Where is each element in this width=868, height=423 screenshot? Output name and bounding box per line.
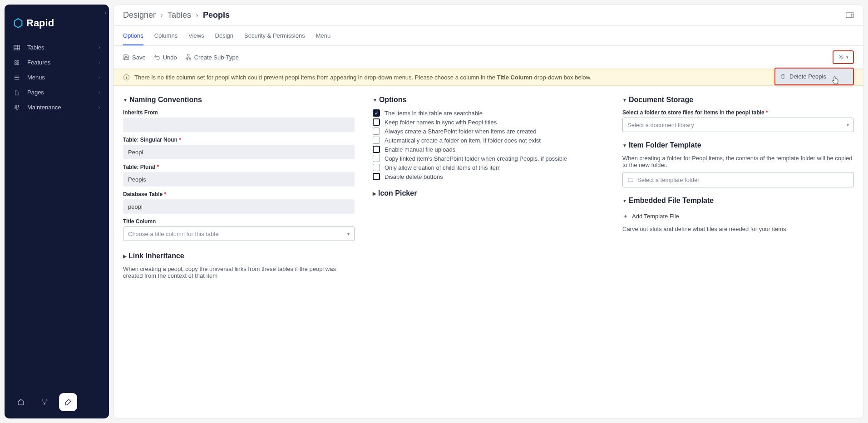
folder-icon [627, 177, 634, 183]
section-item-folder-template[interactable]: ▼ Item Folder Template [622, 141, 854, 149]
sidebar-item-pages[interactable]: Pages › [5, 85, 109, 100]
svg-rect-16 [187, 54, 189, 56]
sidebar-collapse-chevron[interactable]: ‹ [105, 10, 106, 15]
tab-views[interactable]: Views [188, 26, 204, 45]
nav-label: Pages [27, 89, 44, 96]
checkbox[interactable] [373, 173, 380, 180]
create-subtype-button[interactable]: Create Sub-Type [185, 54, 239, 61]
save-icon [123, 54, 129, 60]
option-row: Enable manual file uploads [373, 146, 604, 153]
tab-design[interactable]: Design [215, 26, 233, 45]
select-title-column[interactable]: Choose a title column for this table ▾ [123, 226, 355, 241]
embedded-desc: Carve out slots and define what files ar… [622, 226, 854, 232]
svg-rect-15 [852, 14, 853, 17]
section-link-inheritance[interactable]: ▶ Link Inheritance [123, 252, 355, 260]
designer-button[interactable] [59, 393, 77, 411]
label-singular: Table: Singular Noun * [123, 137, 355, 143]
tab-columns[interactable]: Columns [154, 26, 178, 45]
svg-point-13 [44, 403, 45, 405]
svg-rect-18 [189, 59, 191, 60]
features-icon [14, 59, 22, 66]
section-naming-conventions[interactable]: ▼ Naming Conventions [123, 96, 355, 104]
checkbox[interactable] [373, 146, 380, 153]
table-icon [14, 44, 22, 51]
undo-label: Undo [163, 54, 177, 61]
checkbox[interactable] [373, 155, 380, 162]
sidebar-item-tables[interactable]: Tables › [5, 40, 109, 55]
triangle-right-icon: ▶ [373, 191, 376, 196]
option-row: The items in this table are searchable [373, 109, 604, 117]
sidebar-item-maintenance[interactable]: Maintenance › [5, 100, 109, 115]
chevron-right-icon: › [99, 75, 100, 80]
svg-point-11 [42, 399, 43, 401]
checkbox[interactable] [373, 164, 380, 171]
brand-name: Rapid [26, 17, 54, 29]
tab-menu[interactable]: Menu [316, 26, 331, 45]
warning-bar: There is no title column set for peopl w… [114, 69, 863, 86]
checkbox[interactable] [373, 118, 380, 126]
main-panel: Designer › Tables › Peopls Options Colum… [113, 5, 863, 418]
delete-peopls-menuitem[interactable]: Delete Peopls [779, 71, 849, 82]
input-plural[interactable] [123, 172, 355, 187]
breadcrumb-tables[interactable]: Tables [168, 10, 191, 20]
add-template-file-button[interactable]: ＋ Add Template File [622, 210, 854, 222]
option-row: Disable delete buttons [373, 173, 604, 180]
input-singular[interactable] [123, 145, 355, 159]
toolbar: Save Undo Create Sub-Type ▾ Delete Peopl [114, 46, 863, 69]
subtype-icon [185, 54, 192, 60]
delete-label: Delete Peopls [789, 73, 826, 80]
section-embedded-file-template[interactable]: ▼ Embedded File Template [622, 197, 854, 205]
breadcrumb-designer[interactable]: Designer [123, 10, 156, 20]
home-button[interactable] [12, 393, 30, 411]
nav-label: Tables [27, 44, 44, 51]
header-screen-icon[interactable] [846, 12, 854, 19]
brand: Rapid [5, 5, 109, 40]
content: ▼ Naming Conventions Inherits From Table… [114, 86, 863, 418]
tab-security[interactable]: Security & Permissions [244, 26, 305, 45]
workflow-button[interactable] [35, 393, 54, 411]
column-options: ▼ Options The items in this table are se… [373, 93, 604, 411]
link-inheritance-desc: When creating a peopl, copy the universa… [123, 266, 355, 279]
undo-button[interactable]: Undo [154, 54, 177, 61]
section-options[interactable]: ▼ Options [373, 96, 604, 104]
save-label: Save [132, 54, 146, 61]
section-icon-picker[interactable]: ▶ Icon Picker [373, 189, 604, 197]
gear-dropdown-button[interactable]: ▾ [833, 50, 854, 64]
section-document-storage[interactable]: ▼ Document Storage [622, 96, 854, 104]
nav-label: Features [27, 59, 50, 66]
option-row: Always create a SharePoint folder when i… [373, 128, 604, 135]
breadcrumb: Designer › Tables › Peopls [123, 10, 230, 20]
sidebar-nav: Tables › Features › Menus › Pages › Main… [5, 40, 109, 386]
checkbox[interactable] [373, 109, 380, 117]
menus-icon [14, 74, 22, 81]
triangle-down-icon: ▼ [622, 198, 627, 203]
tabs: Options Columns Views Design Security & … [114, 26, 863, 46]
input-db[interactable] [123, 199, 355, 214]
label-db: Database Table * [123, 191, 355, 197]
triangle-down-icon: ▼ [622, 143, 627, 148]
option-row: Automatically create a folder on item, i… [373, 137, 604, 144]
item-template-desc: When creating a folder for Peopl items, … [622, 155, 854, 168]
warning-text: There is no title column set for peopl w… [134, 74, 592, 81]
save-button[interactable]: Save [123, 54, 146, 61]
info-icon [123, 74, 130, 81]
select-document-library[interactable]: Select a document library ▾ [622, 118, 854, 132]
brand-logo-icon [14, 18, 23, 29]
select-template-folder[interactable]: Select a template folder [622, 172, 854, 187]
chevron-down-icon: ▾ [847, 123, 849, 128]
checkbox[interactable] [373, 137, 380, 144]
svg-point-10 [18, 107, 19, 108]
checkbox[interactable] [373, 128, 380, 135]
chevron-right-icon: › [160, 10, 163, 20]
svg-point-19 [840, 56, 842, 58]
sidebar-item-menus[interactable]: Menus › [5, 70, 109, 85]
sidebar-item-features[interactable]: Features › [5, 55, 109, 70]
label-inherits: Inherits From [123, 109, 355, 116]
tab-options[interactable]: Options [123, 26, 143, 45]
input-inherits[interactable] [123, 118, 355, 132]
trash-icon [780, 74, 786, 79]
label-title-column: Title Column [123, 218, 355, 225]
create-subtype-label: Create Sub-Type [194, 54, 239, 61]
triangle-down-icon: ▼ [123, 98, 128, 103]
gear-dropdown-menu: Delete Peopls [774, 68, 854, 85]
